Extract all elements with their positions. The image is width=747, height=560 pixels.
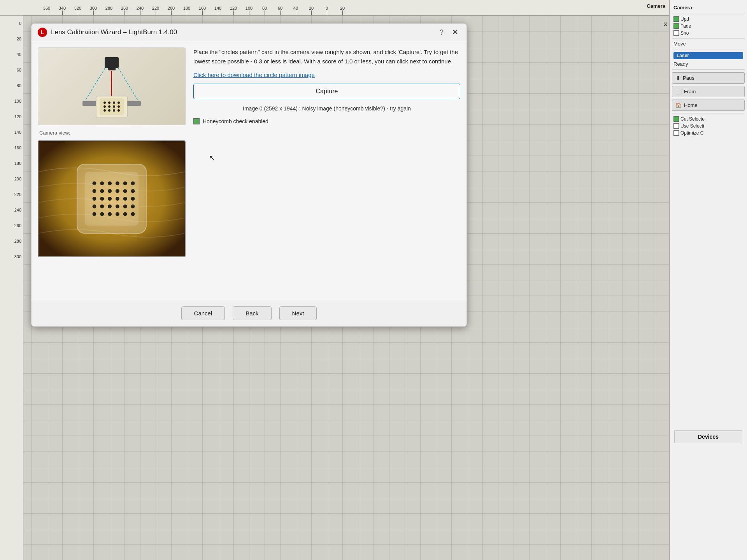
svg-point-45	[116, 205, 119, 208]
help-button[interactable]: ?	[437, 28, 446, 37]
svg-point-27	[116, 181, 119, 185]
svg-point-28	[123, 181, 127, 185]
update-label: Upd	[680, 16, 689, 22]
svg-point-50	[108, 212, 112, 216]
move-label: Move	[672, 40, 745, 47]
home-button[interactable]: 🏠 Home	[672, 100, 745, 111]
panel-divider-2	[672, 38, 745, 38]
ruler-tick: 140	[210, 6, 226, 15]
svg-point-40	[123, 197, 127, 201]
ruler-tick: 60	[272, 6, 288, 15]
svg-point-16	[117, 105, 120, 108]
dialog-footer: Cancel Back Next	[32, 300, 466, 326]
ruler-tick: 340	[54, 6, 70, 15]
svg-point-44	[108, 205, 112, 208]
instruction-text: Place the "circles pattern" card in the …	[193, 47, 460, 66]
svg-point-31	[100, 189, 104, 193]
show-row: Sho	[672, 30, 745, 37]
honeycomb-checkbox[interactable]	[193, 118, 200, 124]
svg-point-30	[93, 189, 96, 193]
cut-selected-label: Cut Selecte	[680, 116, 705, 122]
ruler-tick: 20	[303, 6, 319, 15]
next-button[interactable]: Next	[279, 306, 317, 320]
use-selection-label: Use Selecti	[680, 123, 704, 129]
diagram-svg	[73, 55, 151, 117]
svg-point-29	[131, 181, 135, 185]
ruler-tick: 100	[241, 6, 257, 15]
show-checkbox[interactable]	[673, 30, 679, 36]
svg-point-12	[117, 102, 120, 104]
cancel-button[interactable]: Cancel	[181, 306, 225, 320]
ruler-tick: 180	[179, 6, 195, 15]
camera-panel-title: Camera	[672, 3, 745, 12]
svg-point-53	[131, 212, 135, 216]
dialog-right-panel: Place the "circles pattern" card in the …	[193, 47, 460, 294]
svg-point-26	[108, 181, 112, 185]
svg-point-25	[100, 181, 104, 185]
panel-divider-1	[672, 14, 745, 14]
svg-point-33	[116, 189, 119, 193]
camera-preview	[38, 140, 186, 257]
pause-button[interactable]: ⏸ Paus	[672, 72, 745, 84]
svg-point-9	[103, 102, 106, 104]
download-link[interactable]: Click here to download the circle patter…	[193, 72, 460, 78]
svg-point-52	[123, 212, 127, 216]
ruler-tick: 360	[39, 6, 54, 15]
camera-tab-label: Camera	[647, 3, 665, 9]
svg-point-15	[113, 105, 115, 108]
camera-image	[39, 140, 185, 257]
svg-point-13	[103, 105, 106, 108]
pause-icon: ⏸	[675, 75, 680, 81]
optimize-row: Optimize C	[672, 130, 745, 136]
svg-point-11	[113, 102, 115, 104]
home-label: Home	[684, 102, 698, 108]
devices-button[interactable]: Devices	[674, 430, 742, 443]
cut-selected-checkbox[interactable]	[673, 116, 679, 122]
svg-point-10	[108, 102, 110, 104]
lens-calibration-dialog: L Lens Calibration Wizard – LightBurn 1.…	[31, 23, 467, 327]
ready-status: Ready	[672, 60, 745, 68]
close-button[interactable]: ✕	[450, 28, 460, 37]
ruler-top: 360 340 320 300 280 260 240 220	[0, 0, 747, 16]
ruler-tick: 160	[195, 6, 210, 15]
dialog-left-panel: Camera view:	[38, 47, 186, 294]
honeycomb-row: Honeycomb check enabled	[193, 118, 460, 124]
ruler-tick: 200	[163, 6, 179, 15]
camera-diagram	[38, 47, 186, 125]
ruler-tick: 320	[70, 6, 86, 15]
fade-checkbox[interactable]	[673, 23, 679, 29]
panel-divider-5	[672, 114, 745, 114]
ruler-tick: 280	[101, 6, 117, 15]
svg-point-39	[116, 197, 119, 201]
right-panel: Camera Upd Fade Sho Move Laser Ready ⏸ P…	[669, 0, 747, 560]
svg-point-51	[116, 212, 119, 216]
ruler-left: 0 20 40 60 80 100 120 140 160 180 200 22…	[0, 16, 23, 560]
ruler-tick: 240	[132, 6, 148, 15]
dialog-title: Lens Calibration Wizard – LightBurn 1.4.…	[51, 28, 433, 36]
pause-label: Paus	[683, 75, 694, 81]
svg-point-38	[108, 197, 112, 201]
svg-point-14	[108, 105, 110, 108]
svg-point-19	[113, 109, 115, 112]
svg-rect-1	[108, 68, 116, 70]
svg-point-41	[131, 197, 135, 201]
frame-button[interactable]: ⬜ Fram	[672, 86, 745, 97]
show-label: Sho	[680, 30, 689, 36]
svg-point-37	[100, 197, 104, 201]
ruler-tick: 40	[288, 6, 303, 15]
fade-row: Fade	[672, 23, 745, 30]
fade-label: Fade	[680, 23, 691, 29]
update-checkbox[interactable]	[673, 16, 679, 22]
use-selection-checkbox[interactable]	[673, 123, 679, 129]
panel-divider-3	[672, 49, 745, 49]
optimize-checkbox[interactable]	[673, 130, 679, 136]
cursor-indicator: ↖	[209, 153, 460, 163]
svg-point-20	[117, 109, 120, 112]
svg-point-17	[103, 109, 106, 112]
camera-view-label: Camera view:	[38, 130, 186, 136]
optimize-label: Optimize C	[680, 130, 703, 136]
capture-button[interactable]: Capture	[193, 84, 460, 99]
frame-icon: ⬜	[675, 89, 682, 94]
svg-point-43	[100, 205, 104, 208]
back-button[interactable]: Back	[233, 306, 271, 320]
